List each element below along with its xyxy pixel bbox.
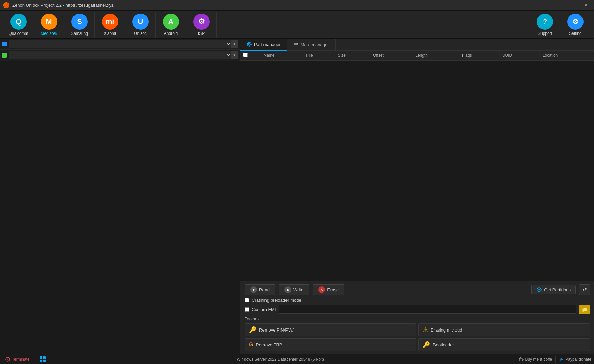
folder-browse-button[interactable]: 📁 (579, 305, 590, 314)
col-size: Size (335, 51, 370, 61)
title-text: Zenon Unlock Project 2.2 - https://zesug… (12, 3, 114, 8)
remove-pin-button[interactable]: 🔑 Remove PIN/PW/ (245, 323, 416, 336)
read-button[interactable]: ▼ Read (245, 284, 275, 295)
partitions-data-table: Name File Size Offset Length Flags UUID … (240, 51, 594, 61)
tool-btn-isp[interactable]: ⚙ ISP (186, 12, 217, 38)
tab-bar: Part manager Meta manager (240, 39, 594, 51)
setting-label: Setting (569, 31, 581, 36)
remove-pin-icon: 🔑 (249, 326, 256, 334)
terminate-icon (5, 357, 10, 362)
write-button[interactable]: ▶ Write (279, 284, 309, 295)
erasing-micloud-button[interactable]: ⚠ Erasing micloud (418, 323, 590, 336)
col-name: Name (261, 51, 303, 61)
tool-btn-xiaomi[interactable]: mi Xiaomi (95, 12, 125, 38)
custom-emi-label: Custom EMI (252, 307, 276, 312)
refresh-button[interactable]: ↺ (579, 284, 590, 295)
remove-frp-button[interactable]: G Remove FRP (245, 338, 416, 351)
checkbox-row: Crashing preloader mode (245, 298, 590, 303)
coffee-icon (519, 357, 524, 362)
title-bar-controls: – ✕ (570, 2, 591, 9)
setting-button[interactable]: ⚙ Setting (560, 12, 591, 38)
tool-label-samsung: Samsung (71, 31, 88, 36)
tool-btn-mediatek[interactable]: M Mediatek (34, 12, 64, 38)
custom-emi-checkbox[interactable] (245, 307, 249, 312)
paypal-icon (559, 357, 564, 362)
support-label: Support (538, 31, 552, 36)
dropdown-arrow-2[interactable]: ▼ (231, 51, 238, 59)
support-button[interactable]: ? Support (530, 12, 560, 38)
title-bar-left: Zenon Unlock Project 2.2 - https://zesug… (3, 2, 114, 8)
erase-button[interactable]: ✕ Erase (313, 284, 344, 295)
tool-label-isp: ISP (198, 31, 205, 36)
remove-frp-label: Remove FRP (256, 342, 282, 347)
tool-btn-qualcomm[interactable]: Q Qualcomm (3, 12, 34, 38)
tool-icon-isp: ⚙ (193, 14, 210, 30)
svg-rect-12 (519, 358, 522, 361)
title-bar: Zenon Unlock Project 2.2 - https://zesug… (0, 0, 594, 11)
bootloader-icon: 🔑 (423, 341, 430, 348)
status-divider-2 (515, 356, 515, 363)
log-area (0, 61, 240, 354)
part-manager-icon (247, 42, 252, 47)
bootloader-label: Bootloader (433, 342, 454, 347)
col-uuid: UUID (499, 51, 539, 61)
tool-btn-android[interactable]: A Android (156, 12, 186, 38)
right-panel: Part manager Meta manager Na (240, 39, 594, 354)
close-button[interactable]: ✕ (581, 2, 591, 9)
toolbox-section: Toolbox 🔑 Remove PIN/PW/ ⚠ Erasing miclo… (245, 316, 590, 351)
status-bar: Terminate Windows Server 2022 Datacenter… (0, 354, 594, 364)
erase-icon: ✕ (318, 286, 325, 293)
svg-point-9 (538, 289, 540, 290)
dropdown-select-2[interactable] (9, 51, 231, 59)
action-row: ▼ Read ▶ Write ✕ Erase Get Partitions (245, 284, 590, 295)
meta-manager-icon (293, 42, 299, 47)
bootloader-button[interactable]: 🔑 Bootloader (418, 338, 590, 351)
erasing-micloud-icon: ⚠ (423, 326, 428, 334)
status-os-label: Windows Server 2022 Datacenter 20348 (64… (49, 357, 512, 362)
tool-label-unisoc: Unisoc (134, 31, 147, 36)
tool-icon-unisoc: U (132, 14, 149, 30)
partition-table[interactable]: Name File Size Offset Length Flags UUID … (240, 51, 594, 281)
tool-icon-qualcomm: Q (10, 14, 27, 30)
paypal-label: Paypal donate (565, 357, 591, 362)
paypal-donate-button[interactable]: Paypal donate (559, 357, 591, 362)
buy-coffee-button[interactable]: Buy me a coffe (519, 357, 552, 362)
crashing-preloader-checkbox[interactable] (245, 298, 249, 302)
tab-meta-manager[interactable]: Meta manager (287, 39, 336, 51)
bottom-controls: ▼ Read ▶ Write ✕ Erase Get Partitions (240, 281, 594, 354)
tool-btn-unisoc[interactable]: U Unisoc (125, 12, 156, 38)
svg-point-1 (247, 42, 251, 46)
svg-point-2 (248, 43, 250, 45)
svg-line-11 (7, 358, 9, 360)
emi-input[interactable] (279, 305, 576, 314)
remove-frp-icon: G (249, 342, 253, 348)
col-file: File (303, 51, 335, 61)
dropdown-select-1[interactable] (9, 40, 231, 48)
tool-label-qualcomm: Qualcomm (8, 31, 28, 36)
col-location: Location (539, 51, 594, 61)
toolbox-grid: 🔑 Remove PIN/PW/ ⚠ Erasing micloud G Rem… (245, 323, 590, 351)
get-partitions-icon (536, 287, 542, 292)
terminate-label: Terminate (12, 357, 30, 362)
buy-coffee-label: Buy me a coffe (525, 357, 552, 362)
get-partitions-button[interactable]: Get Partitions (531, 285, 576, 294)
crashing-preloader-label: Crashing preloader mode (252, 298, 301, 303)
left-panel: ▼ ▼ (0, 39, 240, 354)
indicator-2 (2, 53, 7, 58)
read-icon: ▼ (250, 286, 257, 293)
tool-label-xiaomi: Xiaomi (104, 31, 116, 36)
status-divider-3 (555, 356, 556, 363)
app-icon (3, 2, 9, 8)
write-icon: ▶ (284, 286, 291, 293)
tool-icon-mediatek: M (41, 14, 57, 30)
minimize-button[interactable]: – (570, 2, 580, 9)
tool-btn-samsung[interactable]: S Samsung (64, 12, 95, 38)
dropdown-arrow-1[interactable]: ▼ (231, 40, 238, 48)
terminate-button[interactable]: Terminate (3, 357, 33, 362)
status-divider-1 (36, 356, 36, 363)
main-content: ▼ ▼ Part manager (0, 39, 594, 354)
select-all-checkbox[interactable] (243, 53, 248, 57)
col-num (251, 51, 261, 61)
tab-part-manager[interactable]: Part manager (240, 39, 287, 51)
tool-label-android: Android (164, 31, 178, 36)
